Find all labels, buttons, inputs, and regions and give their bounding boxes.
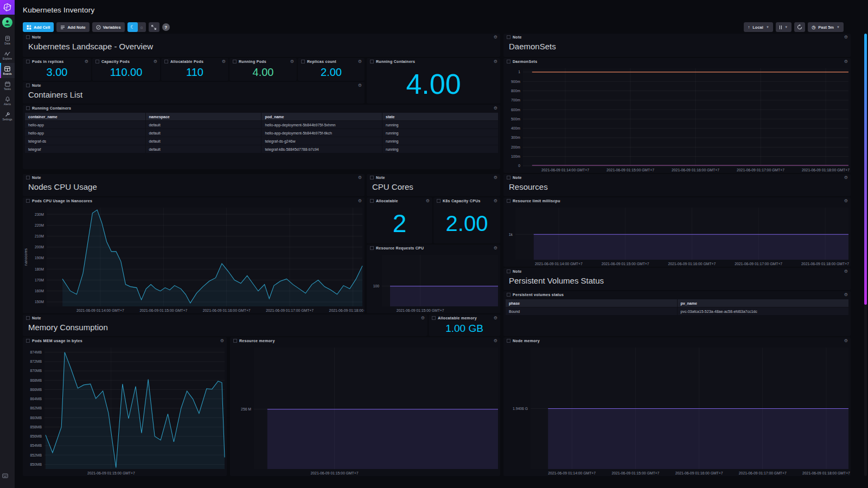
theme-toggle[interactable]: ☾ ☼ [127, 22, 146, 32]
cell-title: Note [32, 316, 41, 320]
gear-icon[interactable]: ⚙ [358, 59, 362, 65]
cell-title: Running Pods [239, 60, 266, 63]
drag-handle-icon[interactable] [26, 60, 30, 63]
drag-handle-icon[interactable] [26, 35, 30, 39]
drag-handle-icon[interactable] [370, 199, 374, 203]
cell-stat-k8s-capacity-cpus: K8s Capacity CPUs⚙ 2.00 [433, 197, 500, 243]
gear-icon[interactable]: ⚙ [494, 315, 497, 321]
gear-icon[interactable]: ⚙ [494, 105, 497, 111]
table-header-cell[interactable]: pv_name [678, 299, 849, 307]
gear-icon[interactable]: ⚙ [844, 34, 848, 40]
drag-handle-icon[interactable] [26, 106, 30, 110]
drag-handle-icon[interactable] [26, 199, 30, 203]
sidebar-item-boards[interactable]: Boards [0, 63, 15, 78]
drag-handle-icon[interactable] [95, 60, 99, 63]
user-avatar[interactable] [2, 17, 12, 28]
table-header-cell[interactable]: state [382, 113, 498, 120]
add-note-button[interactable]: Add Note [56, 22, 89, 32]
gear-icon[interactable]: ⚙ [844, 175, 848, 181]
add-cell-button[interactable]: Add Cell [23, 22, 54, 32]
resource-memory-chart[interactable]: 2021-06-09 01:15:00 GMT+7256 M [230, 344, 500, 476]
presentation-mode-button[interactable] [149, 22, 159, 32]
gear-icon[interactable]: ⚙ [494, 34, 497, 40]
drag-handle-icon[interactable] [26, 176, 30, 179]
light-mode-sun-icon[interactable]: ☼ [138, 22, 146, 32]
variables-button[interactable]: Variables [92, 22, 125, 32]
gear-icon[interactable]: ⚙ [290, 59, 294, 65]
drag-handle-icon[interactable] [164, 60, 168, 63]
drag-handle-icon[interactable] [432, 316, 436, 320]
table-cell: default [146, 137, 261, 145]
gear-icon[interactable]: ⚙ [844, 198, 848, 204]
table-cell: telegraf-ds [25, 137, 145, 145]
gear-icon[interactable]: ⚙ [494, 175, 497, 181]
drag-handle-icon[interactable] [26, 316, 30, 320]
daemonsets-chart[interactable]: 2021-06-09 01:14:00 GMT+72021-06-09 01:1… [503, 65, 851, 173]
svg-text:2021-06-09 01:16:00 GMT+7: 2021-06-09 01:16:00 GMT+7 [672, 168, 719, 172]
drag-handle-icon[interactable] [370, 176, 374, 179]
gear-icon[interactable]: ⚙ [358, 198, 362, 204]
gear-icon[interactable]: ⚙ [494, 198, 497, 204]
gear-icon[interactable]: ⚙ [494, 245, 497, 251]
drag-handle-icon[interactable] [507, 199, 510, 203]
table-header-cell[interactable]: namespace [146, 113, 261, 120]
gear-icon[interactable]: ⚙ [358, 175, 362, 181]
gear-icon[interactable]: ⚙ [358, 82, 362, 88]
gear-icon[interactable]: ⚙ [844, 292, 848, 298]
drag-handle-icon[interactable] [507, 176, 510, 179]
drag-handle-icon[interactable] [507, 60, 510, 63]
drag-handle-icon[interactable] [507, 339, 510, 343]
drag-handle-icon[interactable] [507, 293, 510, 297]
drag-handle-icon[interactable] [507, 35, 510, 39]
table-header-cell[interactable]: pod_name [261, 113, 382, 120]
gear-icon[interactable]: ⚙ [220, 338, 224, 344]
auto-refresh-dropdown[interactable]: ▼ [776, 22, 792, 32]
svg-text:852MB: 852MB [30, 453, 42, 457]
gear-icon[interactable]: ⚙ [844, 59, 848, 65]
node-memory-chart[interactable]: 2021-06-09 01:14:00 GMT+72021-06-09 01:1… [503, 344, 851, 476]
help-button[interactable]: ? [162, 23, 170, 31]
gear-icon[interactable]: ⚙ [844, 268, 848, 274]
sidebar-item-explore[interactable]: Explore [0, 48, 15, 63]
gear-icon[interactable]: ⚙ [426, 198, 430, 204]
scrollbar-thumb[interactable] [864, 34, 867, 305]
influxdb-logo-icon[interactable] [0, 0, 15, 15]
drag-handle-icon[interactable] [301, 60, 305, 63]
pods-mem-chart[interactable]: 2021-06-09 01:15:00 GMT+7874MB872MB870MB… [23, 344, 227, 476]
dark-mode-moon-icon[interactable]: ☾ [127, 22, 138, 32]
refresh-button[interactable] [794, 22, 805, 32]
drag-handle-icon[interactable] [26, 339, 30, 343]
timezone-dropdown[interactable]: ↑ Local ▼ [744, 22, 773, 32]
drag-handle-icon[interactable] [370, 60, 374, 63]
sidebar-item-tasks[interactable]: Tasks [0, 78, 15, 93]
gear-icon[interactable]: ⚙ [154, 59, 157, 65]
table-header-cell[interactable]: phase [506, 299, 677, 307]
gear-icon[interactable]: ⚙ [844, 338, 848, 344]
drag-handle-icon[interactable] [233, 60, 237, 63]
gear-icon[interactable]: ⚙ [494, 59, 497, 65]
gear-icon[interactable]: ⚙ [222, 59, 226, 65]
dashboards-icon [4, 66, 10, 72]
drag-handle-icon[interactable] [233, 339, 237, 343]
sidebar-item-settings[interactable]: Settings [0, 108, 15, 124]
gear-icon[interactable]: ⚙ [494, 338, 497, 344]
gear-icon[interactable]: ⚙ [421, 315, 425, 321]
drag-handle-icon[interactable] [370, 246, 374, 250]
drag-handle-icon[interactable] [507, 269, 510, 273]
sidebar-item-data[interactable]: Data [0, 33, 15, 48]
cell-table-running-containers: Running Containers⚙ container_namenamesp… [23, 105, 500, 169]
resource-limit-chart[interactable]: 2021-06-09 01:14:00 GMT+72021-06-09 01:1… [503, 204, 851, 267]
pv-status-table: phasepv_nameBoundpvc-03afca15-523a-48ae-… [505, 299, 849, 335]
drag-handle-icon[interactable] [26, 84, 30, 87]
sidebar-item-alerts[interactable]: Alerts [0, 93, 15, 108]
drag-handle-icon[interactable] [437, 199, 441, 203]
pods-cpu-chart[interactable]: 2021-06-09 01:14:00 GMT+72021-06-09 01:1… [23, 204, 365, 313]
chart-svg: 2021-06-09 01:15:00 GMT+7874MB872MB870MB… [23, 344, 227, 476]
requests-cpu-chart[interactable]: 2021-06-09 01:15:00 GMT+7100 [367, 252, 500, 313]
gear-icon[interactable]: ⚙ [85, 59, 88, 65]
chevron-down-icon: ▼ [837, 25, 840, 29]
svg-text:2021-06-09 01:14:00 GMT+7: 2021-06-09 01:14:00 GMT+7 [535, 262, 583, 266]
keyboard-shortcuts-icon[interactable] [2, 471, 8, 480]
time-range-dropdown[interactable]: ◷ Past 5m ▼ [808, 22, 844, 32]
table-header-cell[interactable]: container_name [25, 113, 145, 120]
